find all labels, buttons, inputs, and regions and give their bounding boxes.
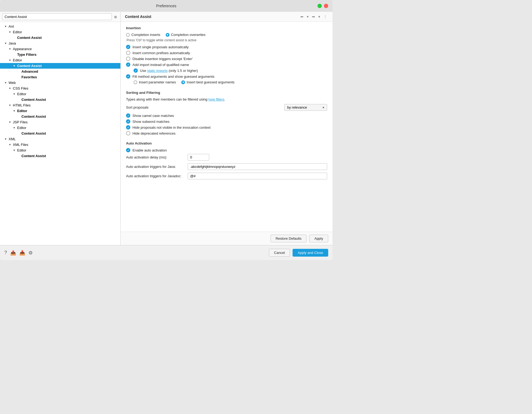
search-bar: ⊗ [0, 12, 120, 22]
tree-item-css-editor-ca[interactable]: Content Assist [0, 97, 120, 102]
checkbox-camel-label: Show camel case matches [132, 114, 174, 118]
tree-arrow: ▼ [4, 25, 8, 28]
checkbox-static[interactable]: Use static imports (only 1.5 or higher) [134, 68, 327, 73]
tree-item-java-editor-ca[interactable]: ▼ Content Assist [0, 63, 120, 69]
tree-item-ant-editor[interactable]: ▼ Editor [0, 29, 120, 35]
static-imports-link[interactable]: static imports [147, 69, 168, 73]
tree-item-java[interactable]: ▼ Java [0, 40, 120, 46]
back-dropdown-button[interactable]: ▾ [306, 14, 310, 19]
tree-label: JSP Files [13, 120, 28, 124]
tree-item-ant[interactable]: ▼ Ant [0, 24, 120, 29]
checkbox-common-label: Insert common prefixes automatically [132, 51, 190, 55]
delay-input[interactable] [188, 154, 209, 161]
preferences-window: Preferences ⊗ ▼ Ant [0, 0, 332, 260]
search-input[interactable] [2, 13, 112, 20]
radio-best-guessed[interactable]: Insert best guessed arguments [181, 80, 235, 84]
tree-label: Ant [9, 24, 14, 28]
forward-button[interactable]: ➡ [311, 14, 316, 19]
checkbox-disable[interactable]: Disable insertion triggers except 'Enter… [126, 57, 327, 61]
radio-inserts-circle [126, 33, 130, 37]
checkbox-enable-auto-box [126, 148, 130, 152]
checkbox-subword[interactable]: Show subword matches [126, 119, 327, 124]
checkbox-enable-auto-label: Enable auto activation [132, 148, 167, 152]
tree-label: Type Filters [17, 53, 36, 57]
tree-item-css-editor[interactable]: ▼ Editor [0, 91, 120, 97]
maximize-button[interactable] [317, 4, 322, 8]
tree-arrow [17, 76, 21, 79]
tree-item-html-editor[interactable]: ▼ Editor [0, 108, 120, 114]
checkbox-common[interactable]: Insert common prefixes automatically [126, 51, 327, 55]
tree-item-jsp-editor[interactable]: ▼ Editor [0, 125, 120, 131]
tree-item-web[interactable]: ▼ Web [0, 80, 120, 86]
radio-inserts[interactable]: Completion inserts [126, 33, 160, 37]
apply-close-button[interactable]: Apply and Close [293, 249, 328, 257]
panel-title: Content Assist [125, 14, 151, 19]
checkbox-enable-auto[interactable]: Enable auto activation [126, 148, 327, 152]
sorting-section-title: Sorting and Filtering [126, 91, 327, 95]
radio-overwrites[interactable]: Completion overwrites [166, 33, 206, 37]
tree-item-xml-editor[interactable]: ▼ Editor [0, 147, 120, 153]
tree-arrow: ▼ [13, 93, 17, 95]
tree-item-ant-editor-ca[interactable]: Content Assist [0, 35, 120, 40]
tree-item-java-type-filters[interactable]: Type Filters [0, 52, 120, 57]
checkbox-camel[interactable]: Show camel case matches [126, 113, 327, 118]
triggers-java-input[interactable] [188, 163, 327, 170]
type-filters-link[interactable]: type filters [208, 97, 224, 101]
tree-label: Editor [17, 126, 26, 130]
tree-item-java-appearance[interactable]: ▼ Appearance [0, 46, 120, 52]
back-button[interactable]: ⬅ [299, 14, 305, 19]
bottom-right-buttons: Cancel Apply and Close [269, 249, 328, 257]
checkbox-subword-box [126, 119, 130, 124]
checkbox-hide-invisible[interactable]: Hide proposals not visible in the invoca… [126, 125, 327, 130]
checkbox-disable-box [126, 57, 130, 61]
ctrl-hint: Press 'Ctrl' to toggle while content ass… [127, 38, 327, 42]
checkbox-import-box [126, 62, 130, 67]
close-button[interactable] [324, 4, 328, 8]
tree-arrow [17, 154, 21, 157]
cancel-button[interactable]: Cancel [269, 249, 290, 257]
search-clear-button[interactable]: ⊗ [113, 14, 118, 20]
tree-label: Editor [17, 148, 26, 152]
tree-item-css-files[interactable]: ▼ CSS Files [0, 86, 120, 91]
delay-label: Auto activation delay (ms): [126, 155, 185, 159]
checkbox-import[interactable]: Add import instead of qualified name [126, 62, 327, 67]
checkbox-fill-label: Fill method arguments and show guessed a… [132, 75, 215, 79]
checkbox-static-box [134, 68, 138, 73]
radio-param-names[interactable]: Insert parameter names [134, 80, 176, 84]
export-icon[interactable]: 📤 [10, 250, 16, 256]
delay-row: Auto activation delay (ms): [126, 154, 327, 161]
tree-item-xml[interactable]: ▼ XML [0, 136, 120, 142]
apply-button[interactable]: Apply [309, 235, 328, 242]
tree-arrow: ▼ [9, 87, 12, 90]
tree-arrow: ▼ [4, 42, 8, 45]
tree-item-jsp-files[interactable]: ▼ JSP Files [0, 119, 120, 125]
tree-label: HTML Files [13, 103, 31, 107]
checkbox-hide-deprecated[interactable]: Hide deprecated references [126, 131, 327, 135]
tree-item-html-editor-ca[interactable]: Content Assist [0, 114, 120, 119]
tree-label: Content Assist [17, 36, 42, 40]
tree-item-xml-files[interactable]: ▼ XML Files [0, 142, 120, 147]
tree-item-java-editor[interactable]: ▼ Editor [0, 57, 120, 63]
restore-defaults-button[interactable]: Restore Defaults [271, 235, 307, 242]
triggers-java-label: Auto activation triggers for Java: [126, 165, 185, 169]
tree-item-advanced[interactable]: Advanced [0, 69, 120, 74]
tree-item-html-files[interactable]: ▼ HTML Files [0, 102, 120, 108]
tree-arrow: ▼ [9, 104, 12, 107]
radio-best-guessed-circle [181, 80, 185, 84]
checkbox-single[interactable]: Insert single proposals automatically [126, 45, 327, 49]
settings-icon[interactable]: ⚙ [28, 250, 33, 256]
triggers-javadoc-input[interactable] [188, 173, 327, 179]
tree-arrow: ▼ [13, 109, 17, 112]
radio-overwrites-label: Completion overwrites [171, 33, 206, 37]
insertion-section-title: Insertion [126, 26, 327, 30]
tree-item-jsp-editor-ca[interactable]: Content Assist [0, 131, 120, 136]
sort-select[interactable]: by relevance ▾ [284, 104, 327, 111]
tree-item-xml-editor-ca[interactable]: Content Assist [0, 153, 120, 159]
tree-label: Editor [13, 58, 22, 62]
forward-dropdown-button[interactable]: ▾ [317, 14, 321, 19]
checkbox-fill[interactable]: Fill method arguments and show guessed a… [126, 74, 327, 79]
help-icon[interactable]: ? [4, 250, 7, 256]
tree-item-favorites[interactable]: Favorites [0, 74, 120, 80]
more-button[interactable]: ⋮ [322, 14, 328, 19]
import-icon[interactable]: 📥 [19, 250, 25, 256]
